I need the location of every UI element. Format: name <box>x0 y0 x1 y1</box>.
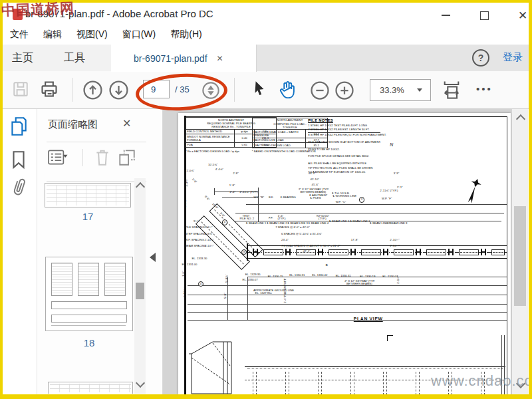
close-icon: ✕ <box>518 9 527 23</box>
toolbar: / 35 33.3% ••• <box>3 71 529 109</box>
select-cursor-icon[interactable] <box>251 80 267 97</box>
thumbnail-divider <box>47 182 146 182</box>
zoom-level-dropdown[interactable]: 33.3% <box>370 79 431 101</box>
dim-label: 4'-4⅝" <box>184 200 188 207</box>
thumbnail-label-17: 17 <box>45 211 131 222</box>
dim-label: 1'-3½" <box>185 179 189 187</box>
extract-pages-icon[interactable] <box>117 148 137 167</box>
beam-line-label: ℄ BEAM LINE 6 <box>350 219 370 223</box>
north-label: N <box>390 142 393 148</box>
dim-label: 1'-0⅝" <box>186 169 194 173</box>
menu-edit[interactable]: 编辑 <box>36 26 69 43</box>
spacing-value: 2'-10½" <box>390 238 399 242</box>
frame-top <box>0 0 532 3</box>
minimize-button[interactable] <box>436 8 456 23</box>
elevation-label: EL. 1330.15 <box>268 275 283 279</box>
thumbnail-drawing <box>104 263 126 296</box>
print-icon[interactable] <box>40 80 59 98</box>
fit-width-icon[interactable] <box>442 79 462 100</box>
dim-label: 9½" <box>194 219 198 223</box>
login-link[interactable]: 登录 <box>503 51 523 64</box>
scroll-down-icon[interactable] <box>136 378 145 388</box>
delete-pages-icon[interactable] <box>94 148 110 167</box>
scroll-up-icon[interactable] <box>136 182 145 192</box>
menu-file[interactable]: 文件 <box>3 26 36 43</box>
plan-label: W.P. "C" <box>336 200 346 204</box>
help-button[interactable]: ? <box>472 49 489 66</box>
spacing-row-label: PILE SPACING <box>185 225 204 229</box>
tab-tools[interactable]: 工具 <box>55 47 94 69</box>
dim-label: 2'-8" <box>233 172 239 176</box>
dim-label: 2'-1½" <box>396 275 400 283</box>
thumbnail-options-icon[interactable] <box>48 149 70 166</box>
spacing-value: 5'-9⅝" <box>204 232 212 236</box>
plan-label: B.F. <box>269 196 273 200</box>
panel-toolbar-separator <box>82 149 83 166</box>
dim-label: 9'-6" <box>204 195 211 201</box>
panel-close-icon[interactable]: ✕ <box>122 117 131 130</box>
hand-tool-icon[interactable] <box>278 78 298 100</box>
document-scrollbar-thumb[interactable] <box>514 206 526 306</box>
wingwall-elevation <box>189 336 242 394</box>
plan-label: ℄ WORKING LINE <box>333 194 356 198</box>
more-tools-button[interactable]: ••• <box>476 83 493 94</box>
plan-label: PILE NO. 2 <box>239 217 254 221</box>
page-thumbnails-icon[interactable] <box>9 116 28 137</box>
thumbnail-drawing <box>78 263 99 296</box>
spacing-row-label: W.P. SPACING <box>185 238 204 242</box>
dim-label: 1'-6" <box>182 271 186 277</box>
zoom-out-icon[interactable] <box>310 80 330 100</box>
next-page-icon[interactable] <box>108 80 129 100</box>
document-scrollbar[interactable] <box>511 109 528 395</box>
spacing-row-label: STEP SPACING <box>185 232 205 236</box>
plan-label: F.F. <box>269 216 273 220</box>
thumbnails-panel: 页面缩略图 ✕ 17 18 <box>37 109 163 394</box>
bookmarks-icon[interactable] <box>11 150 27 170</box>
dim-label: 2'-4" PILE CUTOFF <box>283 278 287 303</box>
panel-scrollbar[interactable] <box>134 178 146 394</box>
beam-line-label: ℄ BEAM LINE 3 <box>288 221 308 225</box>
spacing-row-label: BEAM SPACING <box>185 244 206 248</box>
menu-view[interactable]: 视图(V) <box>69 26 115 43</box>
menu-window[interactable]: 窗口(W) <box>115 26 164 43</box>
page-drawing: NORTH ABUTMENTREQUIRED NOMINAL PILE BEAR… <box>178 113 511 395</box>
thumbnail-drawing <box>51 325 126 326</box>
elevation-label: EL. 1330.42 <box>312 273 327 277</box>
elevation-label: EL. 1331.00 <box>182 263 197 267</box>
document-tab-label: br-69071-plan.pdf <box>134 53 207 64</box>
thumbnail-drawing <box>50 384 131 392</box>
thumbnail-page-18[interactable] <box>45 257 133 331</box>
attachments-icon[interactable] <box>10 176 27 198</box>
abutment-end <box>247 243 248 261</box>
menu-help[interactable]: 帮助(H) <box>163 26 209 43</box>
scroll-up-icon[interactable] <box>516 114 525 124</box>
thumbnail-drawing <box>51 263 72 296</box>
zoom-in-icon[interactable] <box>334 80 354 100</box>
beam-line-label: ℄ BEAM LINE 5 <box>329 219 349 223</box>
tab-home[interactable]: 主页 <box>3 47 43 69</box>
seat-profile-line <box>245 366 505 367</box>
save-icon[interactable] <box>12 80 29 98</box>
zoom-level-value: 33.3% <box>380 85 404 95</box>
minimize-icon <box>442 15 450 16</box>
maximize-button[interactable] <box>474 8 494 23</box>
plan-label: ℄ PILES <box>311 196 321 200</box>
spacing-value: 7 SPACES @ 6'-0" = 42'-0" <box>275 225 309 229</box>
previous-page-icon[interactable] <box>82 80 103 100</box>
panel-scrollbar-thumb[interactable] <box>136 283 144 299</box>
pile-notes: PILE NOTES 1 STEEL HP 10X42 TEST PILES 4… <box>308 118 412 174</box>
navigation-rail <box>3 109 37 394</box>
panel-collapse-handle[interactable] <box>150 253 156 262</box>
dim-label: 5'-8⅝" <box>225 275 229 283</box>
thumbnail-page-19-partial[interactable] <box>48 382 133 394</box>
dim-label: 1'-8" <box>229 184 235 188</box>
dim-label: 45'-6" <box>312 183 319 187</box>
dim-label: 1'-6" <box>192 178 198 184</box>
frame-right <box>529 0 532 399</box>
chevron-down-icon <box>417 88 422 92</box>
panel-divider <box>47 142 146 142</box>
dim-label: 10'-5⅝" <box>208 163 217 167</box>
document-tab-close-icon[interactable]: ✕ <box>217 54 223 63</box>
thumbnail-page-17[interactable] <box>45 183 131 207</box>
tab-document[interactable]: br-69071-plan.pdf ✕ <box>111 45 257 72</box>
